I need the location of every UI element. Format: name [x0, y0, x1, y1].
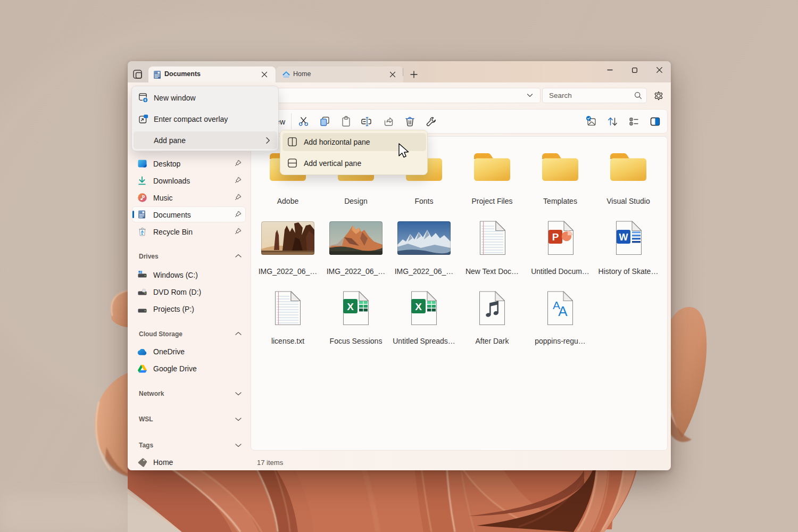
svg-text:P: P	[552, 231, 559, 243]
svg-text:W: W	[619, 232, 628, 243]
svg-text:A: A	[558, 303, 568, 319]
